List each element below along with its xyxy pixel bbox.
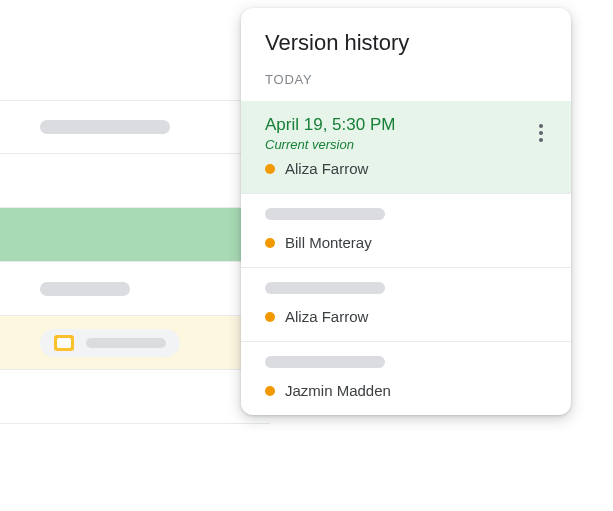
doc-item-chip	[40, 329, 180, 357]
version-item-current[interactable]: April 19, 5:30 PM Current version Aliza …	[241, 101, 571, 194]
version-editor: Aliza Farrow	[265, 160, 547, 177]
more-options-button[interactable]	[529, 121, 553, 145]
editor-name: Aliza Farrow	[285, 160, 368, 177]
version-editor: Aliza Farrow	[265, 308, 547, 325]
editor-dot-icon	[265, 386, 275, 396]
version-history-panel: Version history TODAY April 19, 5:30 PM …	[241, 8, 571, 415]
doc-row	[0, 100, 270, 154]
doc-row	[0, 262, 270, 316]
placeholder-line	[40, 120, 170, 134]
version-date: April 19, 5:30 PM	[265, 115, 547, 135]
version-subtitle: Current version	[265, 137, 547, 152]
editor-dot-icon	[265, 238, 275, 248]
editor-name: Aliza Farrow	[285, 308, 368, 325]
slides-icon	[54, 335, 74, 351]
doc-row-highlight	[0, 208, 270, 262]
doc-row	[0, 154, 270, 208]
placeholder-date	[265, 208, 385, 220]
placeholder-line	[86, 338, 166, 348]
version-item[interactable]: Aliza Farrow	[241, 268, 571, 342]
version-editor: Bill Monteray	[265, 234, 547, 251]
section-label-today: TODAY	[241, 66, 571, 101]
placeholder-line	[40, 282, 130, 296]
placeholder-date	[265, 282, 385, 294]
panel-title: Version history	[241, 8, 571, 66]
editor-name: Bill Monteray	[285, 234, 372, 251]
doc-row-slides	[0, 316, 270, 370]
version-item[interactable]: Jazmin Madden	[241, 342, 571, 415]
version-editor: Jazmin Madden	[265, 382, 547, 399]
document-background	[0, 100, 270, 424]
editor-dot-icon	[265, 164, 275, 174]
version-item[interactable]: Bill Monteray	[241, 194, 571, 268]
placeholder-date	[265, 356, 385, 368]
editor-name: Jazmin Madden	[285, 382, 391, 399]
editor-dot-icon	[265, 312, 275, 322]
doc-row	[0, 370, 270, 424]
